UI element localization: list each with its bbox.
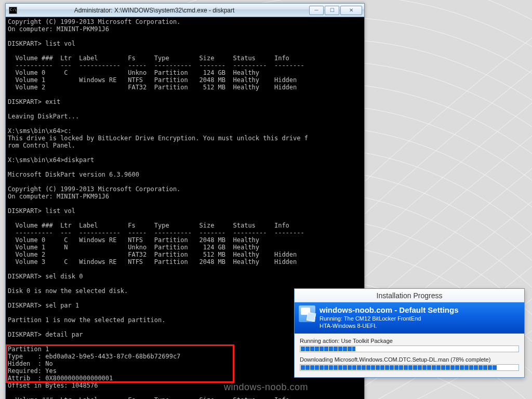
titlebar[interactable]: Administrator: X:\WINDOWS\system32\cmd.e… — [6, 4, 364, 17]
banner-subline-2: HTA-Windows 8-UEFI. — [320, 322, 459, 329]
running-action-label: Running action: Use Toolkit Package — [300, 338, 519, 344]
installation-progress-dialog: Installation Progress windows-noob.com -… — [294, 288, 525, 378]
highlight-box — [6, 344, 234, 383]
dialog-banner: windows-noob.com - Default Settings Runn… — [295, 302, 524, 334]
dialog-title: Installation Progress — [295, 289, 524, 302]
minimize-button[interactable]: ─ — [309, 6, 324, 15]
cmd-icon — [9, 7, 17, 14]
banner-subline-1: Running: The CM12 BitLocker FrontEnd — [320, 315, 459, 322]
download-label: Downloading Microsoft.Windows.COM.DTC.Se… — [300, 356, 519, 363]
window-title: Administrator: X:\WINDOWS\system32\cmd.e… — [20, 7, 309, 14]
close-button[interactable]: ✕ — [340, 6, 362, 15]
banner-text: windows-noob.com - Default Settings Runn… — [320, 305, 459, 329]
download-progress-bar — [300, 364, 519, 371]
banner-header: windows-noob.com - Default Settings — [320, 305, 459, 314]
action-progress-bar — [300, 345, 519, 352]
maximize-button[interactable]: ☐ — [325, 6, 339, 15]
package-icon — [299, 305, 315, 322]
window-buttons: ─ ☐ ✕ — [309, 6, 362, 15]
dialog-body: Running action: Use Toolkit Package Down… — [295, 334, 524, 377]
